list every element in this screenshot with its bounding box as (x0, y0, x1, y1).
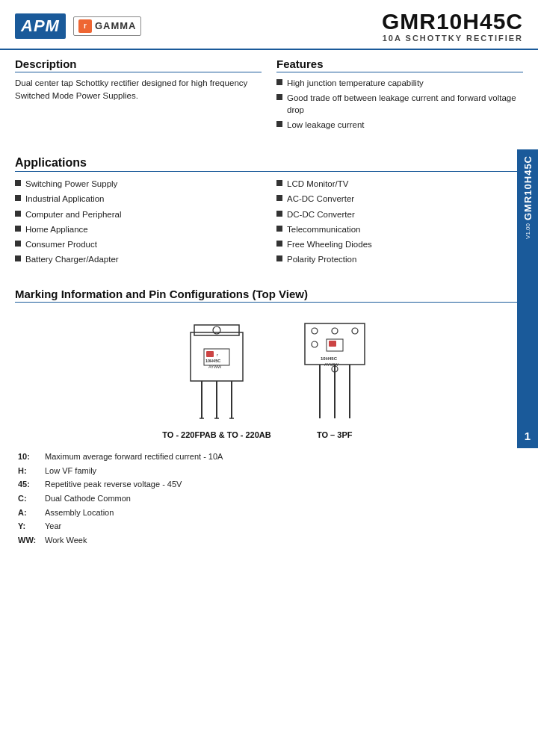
logo-area: APM r GAMMA (15, 13, 141, 39)
top-section: Description Dual center tap Schottky rec… (15, 58, 523, 134)
svg-text:AYWW: AYWW (208, 365, 222, 369)
side-tab-version: V1.00 (525, 223, 531, 239)
app-text: Telecommunication (287, 223, 360, 235)
app-text: Industrial Application (25, 193, 104, 205)
app-text: AC-DC Converter (287, 193, 354, 205)
apps-right-list: LCD Monitor/TV AC-DC Converter DC-DC Con… (276, 178, 523, 265)
legend-row: C:Dual Cathode Common (15, 492, 226, 506)
part-number: GMR10H45C (382, 9, 523, 34)
feature-text: Low leakage current (287, 119, 365, 131)
features-list: High junction temperature capability Goo… (276, 77, 523, 131)
bullet-icon (276, 255, 282, 261)
legend-code: C: (15, 492, 42, 506)
svg-rect-20 (329, 341, 336, 347)
legend-row: 45:Repetitive peak reverse voltage - 45V (15, 477, 226, 492)
svg-point-16 (332, 328, 338, 334)
feature-text: Good trade off between leakage current a… (287, 92, 523, 116)
side-tab-number: 1 (525, 430, 531, 442)
apm-logo: APM (15, 13, 66, 39)
description-text: Dual center tap Schottky rectifier desig… (15, 77, 262, 103)
legend-code: A: (15, 506, 42, 520)
diagrams-row: r 10H45C AYWW TO - 220FPAB & TO - 220AB (15, 310, 523, 439)
legend-desc: Maximum average forward rectified curren… (42, 450, 226, 464)
legend-desc: Dual Cathode Common (42, 492, 226, 506)
legend-code: 10: (15, 450, 42, 464)
legend-row: A:Assembly Location (15, 506, 226, 520)
bullet-icon (276, 241, 282, 247)
bullet-icon (276, 121, 282, 127)
main-content: Description Dual center tap Schottky rec… (0, 50, 538, 555)
svg-point-18 (312, 341, 318, 347)
app-text: Switching Power Supply (25, 178, 117, 190)
features-title: Features (276, 58, 523, 72)
bullet-icon (276, 195, 282, 201)
app-text: Consumer Product (25, 238, 97, 250)
svg-rect-4 (206, 351, 214, 357)
list-item: Industrial Application (15, 193, 262, 205)
list-item: Computer and Peripheral (15, 208, 262, 220)
list-item: Good trade off between leakage current a… (276, 92, 523, 116)
apps-left-list: Switching Power Supply Industrial Applic… (15, 178, 262, 265)
gamma-icon: r (78, 19, 92, 33)
legend-table: 10:Maximum average forward rectified cur… (15, 450, 226, 548)
bullet-icon (15, 195, 21, 201)
svg-text:r: r (217, 353, 218, 357)
apps-right-column: LCD Monitor/TV AC-DC Converter DC-DC Con… (276, 178, 523, 268)
bullet-icon (15, 180, 21, 186)
description-title: Description (15, 58, 262, 72)
legend-desc: Low VF family (42, 464, 226, 478)
apps-left-column: Switching Power Supply Industrial Applic… (15, 178, 262, 268)
bullet-icon (15, 241, 21, 247)
list-item: LCD Monitor/TV (276, 178, 523, 190)
bullet-icon (15, 255, 21, 261)
diagram2-label: TO – 3PF (317, 430, 352, 439)
list-item: Consumer Product (15, 238, 262, 250)
gamma-text: GAMMA (95, 20, 137, 31)
gamma-logo: r GAMMA (73, 16, 142, 36)
description-column: Description Dual center tap Schottky rec… (15, 58, 262, 134)
list-item: High junction temperature capability (276, 77, 523, 89)
legend-code: 45: (15, 477, 42, 492)
app-text: LCD Monitor/TV (287, 178, 348, 190)
legend-code: WW: (15, 533, 42, 548)
legend-desc: Repetitive peak reverse voltage - 45V (42, 477, 226, 492)
to3pf-diagram: 10H45C AYWW (294, 310, 376, 426)
part-subtitle: 10A SCHOTTKY RECTIFIER (382, 34, 523, 43)
svg-text:10H45C: 10H45C (321, 356, 338, 361)
apm-text: APM (21, 16, 60, 36)
legend-desc: Work Week (42, 533, 226, 548)
list-item: DC-DC Converter (276, 208, 523, 220)
legend-desc: Year (42, 519, 226, 533)
svg-text:10H45C: 10H45C (205, 359, 220, 363)
app-text: Polarity Protection (287, 253, 356, 265)
diagram-to220: r 10H45C AYWW TO - 220FPAB & TO - 220AB (162, 310, 270, 439)
features-column: Features High junction temperature capab… (276, 58, 523, 134)
marking-title: Marking Information and Pin Configuratio… (15, 288, 523, 303)
applications-section: Applications Switching Power Supply Indu… (15, 156, 523, 268)
list-item: Telecommunication (276, 223, 523, 235)
title-area: GMR10H45C 10A SCHOTTKY RECTIFIER (382, 9, 523, 43)
list-item: Home Appliance (15, 223, 262, 235)
bullet-icon (276, 180, 282, 186)
legend-desc: Assembly Location (42, 506, 226, 520)
bullet-icon (276, 211, 282, 217)
to220-diagram: r 10H45C AYWW (168, 310, 265, 426)
app-text: Free Wheeling Diodes (287, 238, 372, 250)
app-text: Battery Charger/Adapter (25, 253, 119, 265)
list-item: Battery Charger/Adapter (15, 253, 262, 265)
bullet-icon (276, 79, 282, 85)
applications-title: Applications (15, 156, 523, 172)
app-text: Computer and Peripheral (25, 208, 122, 220)
page-header: APM r GAMMA GMR10H45C 10A SCHOTTKY RECTI… (0, 0, 538, 50)
side-tab: GMR10H45C V1.00 1 (517, 149, 538, 448)
marking-section: Marking Information and Pin Configuratio… (15, 288, 523, 548)
feature-text: High junction temperature capability (287, 77, 424, 89)
list-item: Free Wheeling Diodes (276, 238, 523, 250)
legend-row: WW:Work Week (15, 533, 226, 548)
bullet-icon (15, 226, 21, 232)
bullet-icon (15, 211, 21, 217)
legend-code: H: (15, 464, 42, 478)
applications-columns: Switching Power Supply Industrial Applic… (15, 178, 523, 268)
list-item: Polarity Protection (276, 253, 523, 265)
svg-point-15 (312, 328, 318, 334)
